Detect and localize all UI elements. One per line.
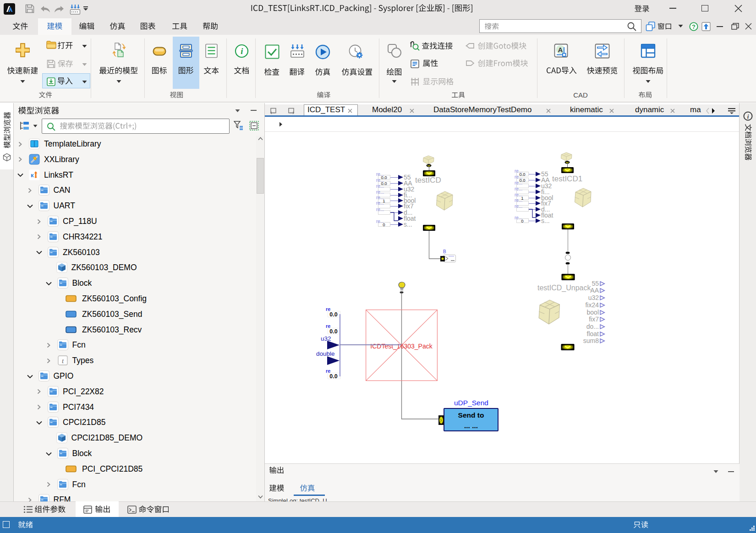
svg-text:?: ? — [692, 23, 696, 30]
svg-text:к: к — [31, 172, 34, 179]
svg-text:A: A — [558, 46, 563, 54]
svg-text:i: i — [747, 113, 749, 120]
svg-text:i: i — [241, 46, 243, 56]
